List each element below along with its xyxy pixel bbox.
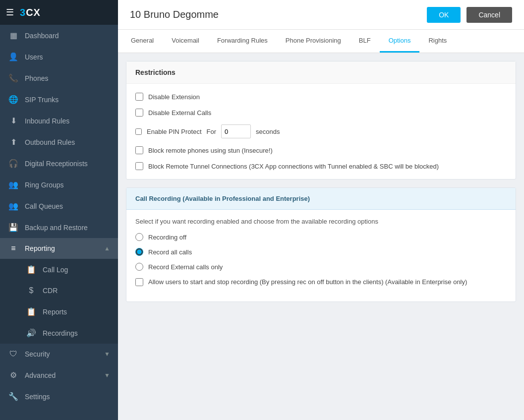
call-recording-description: Select if you want recording enabled and… [135,218,507,225]
recording-off-radio[interactable] [135,233,143,241]
record-all-row: Record all calls [135,248,507,256]
hamburger-icon[interactable]: ☰ [6,7,14,18]
call-recording-body: Select if you want recording enabled and… [126,210,516,301]
recording-off-row: Recording off [135,233,507,241]
page-title: 10 Bruno Degomme [130,9,421,20]
sidebar-header: ☰ 3CX [0,0,118,25]
sidebar-item-label: CDR [43,287,110,295]
sidebar-item-label: Digital Receptionists [25,160,110,168]
sidebar-item-ring-groups[interactable]: 👥 Ring Groups [0,174,118,195]
ok-button[interactable]: OK [427,7,461,23]
topbar: 10 Bruno Degomme OK Cancel [118,0,524,30]
block-tunnel-row: Block Remote Tunnel Connections (3CX App… [135,162,507,170]
sidebar-item-label: Reporting [25,244,104,252]
chevron-down-icon: ▼ [104,372,110,379]
block-stun-row: Block remote phones using stun (Insecure… [135,146,507,154]
recording-off-label: Recording off [148,234,186,241]
tab-blf[interactable]: BLF [350,30,380,53]
sidebar-item-digital-receptionists[interactable]: 🎧 Digital Receptionists [0,153,118,174]
sidebar-item-label: Call Queues [25,202,110,210]
tab-voicemail[interactable]: Voicemail [163,30,208,53]
sidebar-item-backup-restore[interactable]: 💾 Backup and Restore [0,217,118,238]
backup-icon: 💾 [8,223,19,232]
pin-seconds-input[interactable] [221,124,251,138]
disable-external-calls-label: Disable External Calls [148,109,211,117]
allow-users-row: Allow users to start and stop recording … [135,278,507,287]
sidebar-item-advanced[interactable]: ⚙ Advanced ▼ [0,364,118,386]
block-stun-label: Block remote phones using stun (Insecure… [148,147,273,154]
tab-phone-provisioning[interactable]: Phone Provisioning [277,30,350,53]
chevron-down-icon: ▼ [104,351,110,358]
recordings-icon: 🔊 [26,328,37,338]
sidebar-item-label: SIP Trunks [25,96,110,104]
record-external-radio[interactable] [135,263,143,271]
advanced-icon: ⚙ [8,370,19,380]
record-all-radio[interactable] [135,248,143,256]
allow-users-label: Allow users to start and stop recording … [148,278,467,287]
sidebar-item-label: Recordings [43,329,110,337]
tab-options[interactable]: Options [380,30,420,53]
disable-extension-label: Disable Extension [148,93,200,101]
cancel-button[interactable]: Cancel [466,7,512,23]
sidebar-item-reports[interactable]: 📋 Reports [0,301,118,322]
sidebar-item-settings[interactable]: 🔧 Settings [0,386,118,407]
sidebar: ☰ 3CX ▦ Dashboard 👤 Users 📞 Phones 🌐 SIP… [0,0,118,420]
record-external-row: Record External calls only [135,263,507,271]
sidebar-item-label: Outbound Rules [25,138,110,146]
sidebar-item-cdr[interactable]: $ CDR [0,280,118,301]
for-label: For [207,128,217,135]
record-all-label: Record all calls [148,248,192,256]
disable-extension-checkbox[interactable] [135,93,143,101]
allow-users-checkbox[interactable] [135,278,143,286]
main-content: 10 Bruno Degomme OK Cancel General Voice… [118,0,524,420]
sidebar-item-inbound-rules[interactable]: ⬇ Inbound Rules [0,110,118,131]
content-area: Restrictions Disable Extension Disable E… [118,53,524,420]
sidebar-item-label: Call Log [43,266,110,274]
sidebar-item-label: Advanced [25,371,104,379]
users-icon: 👤 [8,52,19,61]
block-tunnel-checkbox[interactable] [135,162,143,170]
reports-icon: 📋 [26,307,37,316]
restrictions-body: Disable Extension Disable External Calls… [126,84,516,179]
tab-general[interactable]: General [122,30,163,53]
sidebar-item-outbound-rules[interactable]: ⬆ Outbound Rules [0,131,118,153]
security-icon: 🛡 [8,350,19,359]
tab-rights[interactable]: Rights [419,30,456,53]
enable-pin-checkbox[interactable] [135,128,142,135]
dashboard-icon: ▦ [8,31,19,40]
restrictions-section: Restrictions Disable Extension Disable E… [126,61,516,180]
call-log-icon: 📋 [26,265,37,274]
sidebar-item-sip-trunks[interactable]: 🌐 SIP Trunks [0,89,118,110]
block-stun-checkbox[interactable] [135,146,143,154]
cdr-icon: $ [26,286,37,295]
reporting-icon: ≡ [8,244,19,253]
sidebar-item-phones[interactable]: 📞 Phones [0,67,118,89]
brand-logo: 3CX [20,7,41,18]
tabs-bar: General Voicemail Forwarding Rules Phone… [118,30,524,53]
sidebar-item-call-queues[interactable]: 👥 Call Queues [0,195,118,217]
ring-groups-icon: 👥 [8,180,19,189]
call-queues-icon: 👥 [8,201,19,211]
sidebar-item-dashboard[interactable]: ▦ Dashboard [0,25,118,46]
settings-icon: 🔧 [8,392,19,401]
sidebar-item-call-log[interactable]: 📋 Call Log [0,259,118,280]
sidebar-item-label: Settings [25,393,110,401]
chevron-up-icon: ▲ [104,245,110,252]
record-external-label: Record External calls only [148,263,223,271]
sidebar-item-label: Ring Groups [25,181,110,189]
sidebar-item-recordings[interactable]: 🔊 Recordings [0,322,118,344]
sidebar-item-label: Reports [43,308,110,316]
tab-forwarding-rules[interactable]: Forwarding Rules [208,30,277,53]
sidebar-item-security[interactable]: 🛡 Security ▼ [0,344,118,364]
restrictions-title: Restrictions [126,61,516,84]
sidebar-item-reporting[interactable]: ≡ Reporting ▲ [0,238,118,259]
enable-pin-row: Enable PIN Protect For seconds [135,124,507,138]
sidebar-item-users[interactable]: 👤 Users [0,46,118,67]
disable-external-calls-row: Disable External Calls [135,109,507,117]
call-recording-section: Call Recording (Available in Professiona… [126,187,516,302]
sidebar-item-label: Users [25,53,110,61]
seconds-label: seconds [256,128,280,135]
sidebar-item-label: Security [25,350,104,358]
phones-icon: 📞 [8,73,19,83]
disable-external-calls-checkbox[interactable] [135,109,143,117]
